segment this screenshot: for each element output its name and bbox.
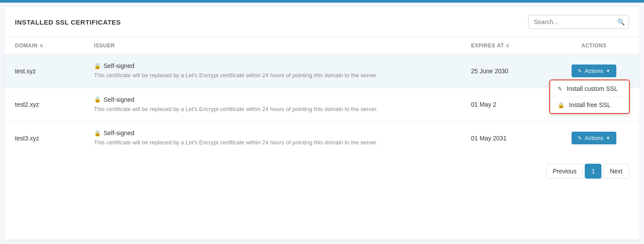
page-1-button[interactable]: 1 — [585, 164, 601, 179]
issuer-cell: 🔒 Self-signed This certificate will be r… — [94, 129, 471, 147]
issuer-desc: This certificate will be replaced by a L… — [94, 138, 471, 147]
dropdown-item-label-custom: Install custom SSL — [567, 85, 618, 92]
table-container: DOMAIN ⇅ ISSUER EXPIRES AT ⇅ ACTIONS tes… — [4, 37, 640, 155]
issuer-name: Self-signed — [104, 96, 134, 103]
issuer-cell: 🔒 Self-signed This certificate will be r… — [94, 62, 471, 80]
expires-cell: 01 May 2 — [471, 101, 559, 108]
lock-icon: 🔒 — [94, 96, 101, 103]
actions-button-3[interactable]: ✎ Actions ▼ — [572, 132, 617, 144]
table-row: test2.xyz 🔒 Self-signed This certificate… — [4, 88, 640, 122]
install-free-icon: 🔒 — [558, 102, 565, 108]
issuer-title: 🔒 Self-signed — [94, 96, 471, 103]
domain-sort-icon: ⇅ — [40, 43, 43, 48]
col-domain-label: DOMAIN — [15, 43, 38, 49]
top-bar — [0, 0, 644, 3]
lock-icon: 🔒 — [94, 130, 101, 136]
domain-cell: test3.xyz — [15, 135, 94, 142]
edit-icon: ✎ — [578, 68, 582, 74]
domain-cell: test.xyz — [15, 68, 94, 75]
actions-button-1[interactable]: ✎ Actions ▼ — [572, 65, 617, 77]
issuer-desc: This certificate will be replaced by a L… — [94, 71, 471, 80]
dropdown-arrow-icon: ▼ — [606, 68, 610, 73]
dropdown-item-install-custom[interactable]: ✎ Install custom SSL — [550, 81, 629, 97]
col-header-issuer: ISSUER — [94, 43, 471, 49]
install-custom-icon: ✎ — [558, 86, 562, 92]
col-header-domain: DOMAIN ⇅ — [15, 43, 94, 49]
actions-label: Actions — [585, 135, 604, 141]
expires-sort-icon: ⇅ — [506, 43, 510, 48]
expires-cell: 01 May 2031 — [471, 135, 559, 142]
issuer-name: Self-signed — [104, 129, 134, 136]
dropdown-item-label-free: Install free SSL — [569, 101, 611, 108]
dropdown-menu: ✎ Install custom SSL 🔒 Install free SSL — [550, 80, 629, 113]
next-button[interactable]: Next — [603, 164, 629, 179]
table-row: test3.xyz 🔒 Self-signed This certificate… — [4, 122, 640, 155]
page-title: INSTALLED SSL CERTIFICATES — [15, 18, 121, 26]
domain-cell: test2.xyz — [15, 101, 94, 108]
dropdown-item-install-free[interactable]: 🔒 Install free SSL — [550, 97, 629, 113]
search-box: 🔍 — [528, 15, 629, 29]
search-input[interactable] — [528, 15, 629, 29]
issuer-title: 🔒 Self-signed — [94, 129, 471, 136]
search-icon: 🔍 — [617, 18, 625, 25]
issuer-title: 🔒 Self-signed — [94, 62, 471, 69]
previous-button[interactable]: Previous — [546, 164, 583, 179]
col-header-expires: EXPIRES AT ⇅ — [471, 43, 559, 49]
edit-icon: ✎ — [578, 135, 582, 141]
actions-cell: ✎ Actions ▼ ✎ Install custom SSL 🔒 Insta… — [559, 65, 629, 77]
pagination-container: Previous 1 Next — [4, 155, 640, 187]
lock-icon: 🔒 — [94, 63, 101, 69]
actions-label: Actions — [585, 68, 604, 74]
col-expires-label: EXPIRES AT — [471, 43, 504, 49]
page-header: INSTALLED SSL CERTIFICATES 🔍 — [4, 7, 640, 37]
col-header-actions: ACTIONS — [559, 43, 629, 49]
issuer-name: Self-signed — [104, 62, 134, 69]
issuer-cell: 🔒 Self-signed This certificate will be r… — [94, 96, 471, 114]
actions-cell: ✎ Actions ▼ — [559, 132, 629, 144]
table-header: DOMAIN ⇅ ISSUER EXPIRES AT ⇅ ACTIONS — [4, 37, 640, 54]
page-container: INSTALLED SSL CERTIFICATES 🔍 DOMAIN ⇅ IS… — [4, 7, 640, 240]
expires-cell: 25 June 2030 — [471, 68, 559, 75]
issuer-desc: This certificate will be replaced by a L… — [94, 105, 471, 114]
dropdown-arrow-icon: ▼ — [606, 136, 610, 140]
table-row: test.xyz 🔒 Self-signed This certificate … — [4, 54, 640, 88]
